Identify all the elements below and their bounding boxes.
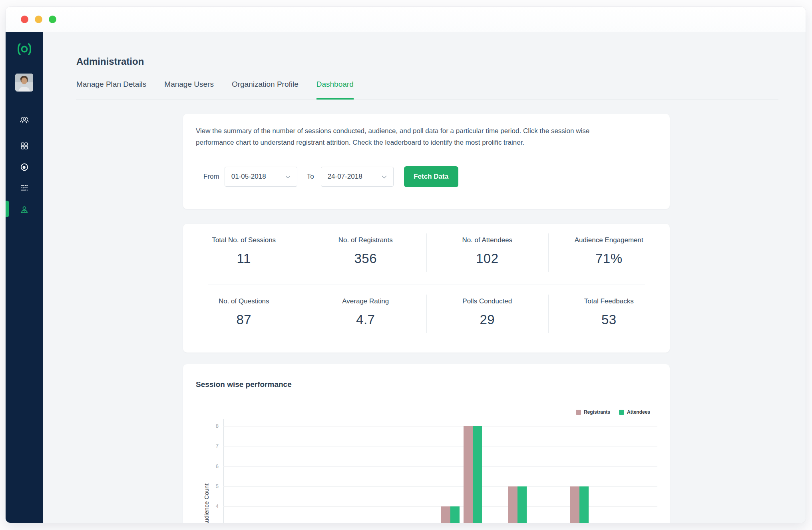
legend-label: Attendees — [627, 409, 650, 415]
minimize-window-button[interactable] — [35, 16, 42, 23]
main-content: Administration Manage Plan Details Manag… — [43, 32, 806, 523]
legend-label: Registrants — [584, 409, 610, 415]
bar-registrants[interactable] — [570, 486, 579, 523]
page-title: Administration — [76, 56, 144, 67]
bar-registrants[interactable] — [464, 426, 473, 523]
bar-attendees[interactable] — [579, 486, 589, 523]
chevron-down-icon — [285, 173, 291, 180]
stat-label: Polls Conducted — [462, 297, 512, 305]
sidebar-item-settings[interactable] — [6, 183, 43, 194]
stats-row-1: Total No. of Sessions 11 No. of Registra… — [183, 224, 670, 285]
stat-label: Audience Engagement — [575, 236, 643, 244]
stats-card: Total No. of Sessions 11 No. of Registra… — [183, 224, 670, 353]
y-tick-label: 6 — [204, 463, 219, 469]
stat-value: 71% — [595, 251, 623, 266]
chart-title: Session wise performance — [196, 380, 292, 389]
summary-description-line2: performance chart to understand registra… — [196, 139, 524, 146]
gridline — [223, 506, 657, 507]
gridline — [223, 446, 657, 446]
admin-person-icon — [20, 205, 29, 216]
stat-label: Total No. of Sessions — [212, 236, 276, 244]
chart-plot: 87654 — [223, 419, 657, 523]
chart-legend: Registrants Attendees — [576, 409, 650, 415]
avatar-photo — [15, 74, 33, 92]
stat-value: 87 — [236, 312, 251, 327]
bar-registrants[interactable] — [508, 486, 517, 523]
tab-manage-plan-details[interactable]: Manage Plan Details — [76, 80, 146, 100]
chart-card: Session wise performance Registrants Att… — [183, 364, 670, 523]
summary-description-line1: View the summary of the number of sessio… — [196, 127, 589, 135]
tab-manage-users[interactable]: Manage Users — [164, 80, 214, 100]
active-nav-indicator — [6, 201, 9, 217]
bar-registrants[interactable] — [441, 506, 450, 523]
tab-dashboard[interactable]: Dashboard — [316, 80, 354, 100]
app-logo[interactable] — [6, 42, 43, 58]
stat-label: No. of Attendees — [462, 236, 512, 244]
sidebar-item-recordings[interactable] — [6, 162, 43, 173]
titlebar — [6, 7, 806, 32]
bar-attendees[interactable] — [473, 426, 482, 523]
from-label: From — [203, 173, 219, 181]
window-body: Administration Manage Plan Details Manag… — [6, 32, 806, 523]
stat-value: 29 — [480, 312, 495, 327]
stat-value: 11 — [237, 251, 251, 266]
from-date-select[interactable]: 01-05-2018 — [225, 167, 297, 187]
gridline — [223, 486, 657, 487]
stat-attendees: No. of Attendees 102 — [426, 224, 548, 285]
record-icon — [20, 162, 29, 173]
to-date-select[interactable]: 24-07-2018 — [321, 167, 394, 187]
stat-polls-conducted: Polls Conducted 29 — [426, 285, 548, 353]
y-tick-label: 8 — [204, 423, 219, 429]
bar-attendees[interactable] — [450, 506, 460, 523]
summary-description: View the summary of the number of sessio… — [196, 125, 589, 148]
gridline — [223, 426, 657, 426]
tabs-divider — [76, 100, 778, 100]
apps-grid-icon — [20, 141, 29, 152]
settings-sliders-icon — [20, 183, 29, 194]
to-date-value: 24-07-2018 — [328, 173, 362, 181]
close-window-button[interactable] — [21, 16, 28, 23]
stat-average-rating: Average Rating 4.7 — [305, 285, 427, 353]
sidebar-item-administration[interactable] — [6, 205, 43, 216]
stat-value: 4.7 — [356, 312, 375, 327]
y-tick-label: 7 — [204, 443, 219, 449]
zoom-window-button[interactable] — [49, 16, 56, 23]
bar-attendees[interactable] — [517, 486, 527, 523]
gridline — [223, 466, 657, 467]
y-axis-line — [223, 419, 224, 523]
showtime-logo-icon — [15, 42, 34, 58]
sidebar-item-audience[interactable] — [6, 115, 43, 126]
stats-row-2: No. of Questions 87 Average Rating 4.7 P… — [183, 285, 670, 353]
stat-value: 53 — [601, 312, 617, 327]
sidebar-item-apps[interactable] — [6, 141, 43, 152]
stat-registrants: No. of Registrants 356 — [305, 224, 427, 285]
chevron-down-icon — [382, 173, 387, 180]
stat-audience-engagement: Audience Engagement 71% — [548, 224, 670, 285]
stat-label: No. of Questions — [219, 297, 269, 305]
stat-total-sessions: Total No. of Sessions 11 — [183, 224, 305, 285]
legend-item-attendees[interactable]: Attendees — [619, 409, 650, 415]
stat-questions: No. of Questions 87 — [183, 285, 305, 353]
stat-value: 102 — [476, 251, 499, 266]
stat-label: Average Rating — [342, 297, 389, 305]
attendees-swatch-icon — [619, 410, 624, 415]
to-label: To — [307, 173, 314, 181]
from-date-value: 01-05-2018 — [231, 173, 266, 181]
page: Administration Manage Plan Details Manag… — [0, 0, 812, 530]
legend-item-registrants[interactable]: Registrants — [576, 409, 610, 415]
stat-label: Total Feedbacks — [584, 297, 634, 305]
y-axis-title: Audience Count — [203, 484, 210, 523]
stat-value: 356 — [354, 251, 377, 266]
registrants-swatch-icon — [576, 410, 581, 415]
user-avatar[interactable] — [6, 74, 43, 92]
fetch-data-button[interactable]: Fetch Data — [404, 166, 458, 187]
sidebar — [6, 32, 43, 523]
date-range-controls: From 01-05-2018 To 24-07-2018 — [203, 166, 458, 187]
stat-total-feedbacks: Total Feedbacks 53 — [548, 285, 670, 353]
stat-label: No. of Registrants — [338, 236, 393, 244]
audience-icon — [20, 115, 29, 126]
window-controls — [21, 16, 56, 23]
summary-card: View the summary of the number of sessio… — [183, 114, 670, 209]
tab-organization-profile[interactable]: Organization Profile — [232, 80, 299, 100]
app-window: Administration Manage Plan Details Manag… — [6, 7, 806, 523]
